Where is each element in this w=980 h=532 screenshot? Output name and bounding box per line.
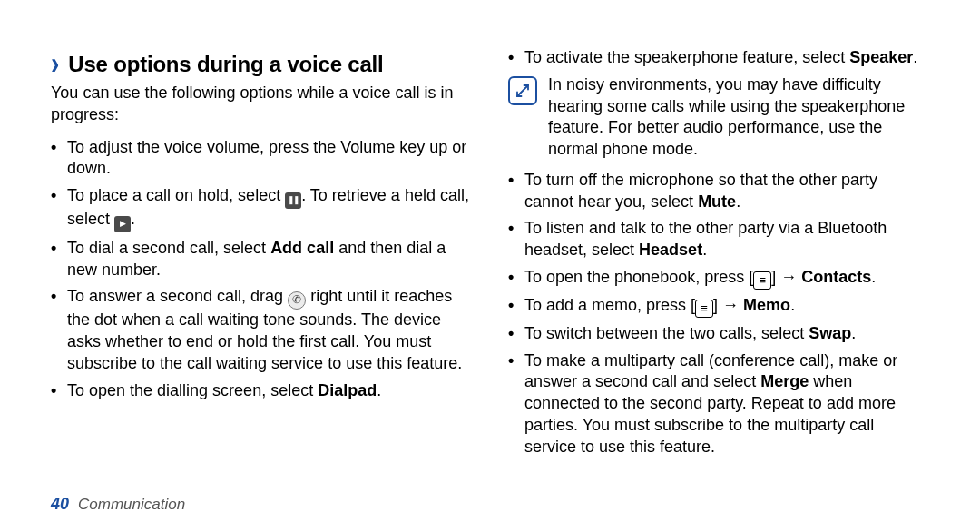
- heading-text: Use options during a voice call: [68, 52, 383, 77]
- note-text: In noisy environments, you may have diff…: [548, 74, 929, 161]
- list-item: To open the dialling screen, select Dial…: [67, 380, 472, 402]
- page-footer: 40 Communication: [51, 495, 185, 514]
- page-number: 40: [51, 495, 69, 514]
- bold-term: Contacts: [801, 268, 871, 286]
- chevron-right-icon: ›: [51, 48, 59, 80]
- list-item: To place a call on hold, select . To ret…: [67, 185, 472, 232]
- right-column: To activate the speakerphone feature, se…: [508, 42, 929, 463]
- list-item: To dial a second call, select Add call a…: [67, 238, 472, 281]
- bold-term: Swap: [808, 324, 851, 342]
- intro-text: You can use the following options while …: [51, 83, 472, 126]
- two-column-layout: › Use options during a voice call You ca…: [51, 42, 929, 463]
- list-item: To switch between the two calls, select …: [524, 323, 929, 345]
- bold-term: Memo: [743, 296, 790, 314]
- list-item: To activate the speakerphone feature, se…: [524, 47, 929, 69]
- section-name: Communication: [78, 496, 185, 514]
- list-item: To listen and talk to the other party vi…: [524, 218, 929, 261]
- list-item: To add a memo, press [] → Memo.: [524, 295, 929, 318]
- left-bullet-list: To adjust the voice volume, press the Vo…: [51, 137, 472, 402]
- bold-term: Dialpad: [318, 381, 377, 399]
- list-item: To adjust the voice volume, press the Vo…: [67, 137, 472, 181]
- right-bullet-list: To turn off the microphone so that the o…: [508, 170, 929, 458]
- resume-icon: [114, 216, 131, 232]
- note-callout: In noisy environments, you may have diff…: [508, 74, 929, 161]
- section-heading: › Use options during a voice call: [51, 51, 472, 77]
- list-item: To make a multiparty call (conference ca…: [524, 350, 929, 458]
- bold-term: Merge: [760, 372, 808, 390]
- hold-icon: [285, 192, 301, 209]
- manual-page: › Use options during a voice call You ca…: [0, 0, 980, 532]
- left-column: › Use options during a voice call You ca…: [51, 42, 472, 463]
- bold-term: Mute: [698, 192, 736, 211]
- bold-term: Headset: [639, 241, 702, 259]
- menu-icon: [753, 271, 771, 290]
- list-item: To turn off the microphone so that the o…: [524, 170, 929, 213]
- bold-term: Add call: [270, 239, 334, 257]
- menu-icon: [695, 300, 713, 318]
- list-item: To answer a second call, drag right unti…: [67, 286, 472, 374]
- bold-term: Speaker: [849, 48, 913, 66]
- note-icon: [508, 76, 537, 105]
- call-accept-icon: [288, 291, 306, 310]
- list-item: To open the phonebook, press [] → Contac…: [524, 267, 929, 290]
- right-top-bullet-list: To activate the speakerphone feature, se…: [508, 47, 929, 69]
